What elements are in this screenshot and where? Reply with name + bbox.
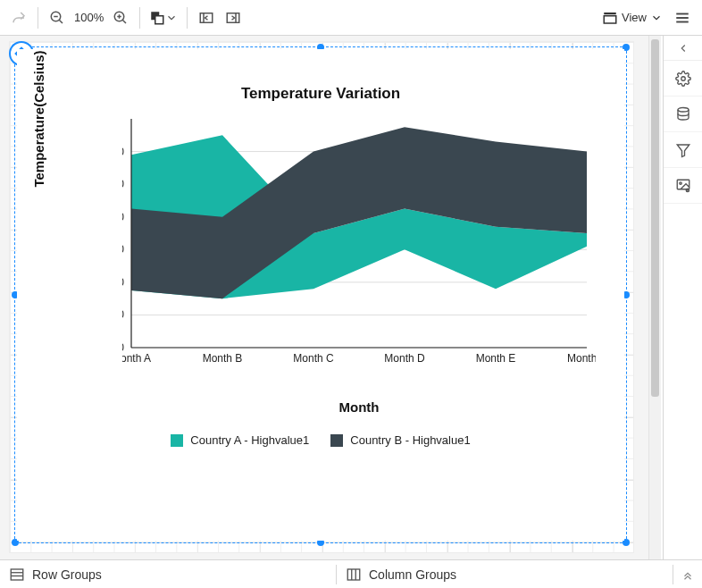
svg-text:120: 120	[122, 146, 124, 158]
svg-text:40: 40	[122, 276, 124, 289]
canvas-area: Temperature Variation Temperature(Celsiu…	[0, 36, 663, 559]
svg-text:Month C: Month C	[293, 352, 334, 365]
data-panel-button[interactable]	[664, 97, 703, 132]
view-label: View	[622, 11, 647, 24]
vertical-scrollbar[interactable]	[648, 36, 661, 559]
parameters-panel-button[interactable]	[664, 132, 703, 168]
legend-label-b: Country B - Highvalue1	[350, 433, 470, 447]
svg-text:20: 20	[122, 308, 124, 321]
properties-panel-button[interactable]	[664, 61, 703, 97]
main-area: Temperature Variation Temperature(Celsiu…	[0, 36, 702, 559]
svg-text:80: 80	[122, 211, 124, 223]
canvas-background[interactable]: Temperature Variation Temperature(Celsiu…	[0, 36, 661, 559]
svg-text:Month B: Month B	[203, 352, 243, 365]
legend-item-b: Country B - Highvalue1	[330, 433, 470, 447]
chart-legend: Country A - Highvalue1 Country B - Highv…	[17, 433, 624, 447]
groups-collapse-toggle[interactable]	[673, 568, 702, 581]
svg-text:Month D: Month D	[384, 352, 425, 365]
svg-text:Month F: Month F	[567, 352, 596, 365]
svg-point-41	[678, 107, 689, 112]
app-root: 100% View	[0, 0, 702, 588]
svg-rect-8	[155, 15, 163, 23]
zoom-out-button[interactable]	[44, 4, 71, 31]
svg-text:60: 60	[122, 243, 124, 256]
column-groups-label: Column Groups	[369, 567, 456, 582]
svg-line-4	[123, 20, 127, 23]
groups-bar: Row Groups Column Groups	[0, 559, 702, 588]
svg-text:100: 100	[122, 178, 124, 190]
svg-point-44	[679, 181, 681, 183]
legend-label-a: Country A - Highvalue1	[190, 433, 309, 447]
x-axis-title: Month	[122, 399, 596, 415]
chart-item[interactable]: Temperature Variation Temperature(Celsiu…	[17, 49, 624, 541]
zoom-level-label[interactable]: 100%	[71, 11, 107, 24]
svg-marker-42	[677, 145, 689, 157]
plot-area: 020406080100120Month AMonth BMonth CMont…	[122, 119, 596, 365]
side-panel	[663, 36, 702, 559]
main-menu-button[interactable]	[668, 10, 697, 26]
align-left-button[interactable]	[193, 4, 220, 31]
svg-rect-14	[604, 15, 616, 22]
row-groups-label: Row Groups	[32, 567, 102, 582]
legend-item-a: Country A - Highvalue1	[171, 433, 309, 447]
chart-title: Temperature Variation	[17, 85, 624, 103]
side-panel-collapse[interactable]	[664, 36, 702, 61]
row-groups-section[interactable]: Row Groups	[0, 567, 336, 583]
legend-swatch-b	[330, 434, 343, 447]
column-groups-section[interactable]: Column Groups	[337, 567, 673, 583]
svg-text:Month A: Month A	[122, 352, 151, 365]
image-manager-panel-button[interactable]	[664, 168, 703, 204]
svg-rect-9	[201, 13, 213, 22]
y-axis-title: Temperature(Celsius)	[31, 50, 46, 187]
svg-rect-13	[604, 13, 616, 14]
column-groups-icon	[346, 567, 362, 583]
svg-rect-49	[347, 569, 360, 580]
svg-rect-46	[11, 569, 23, 580]
order-dropdown[interactable]	[146, 4, 181, 31]
chart-selection[interactable]: Temperature Variation Temperature(Celsiu…	[14, 46, 627, 543]
legend-swatch-a	[171, 434, 183, 447]
svg-rect-11	[228, 13, 240, 22]
top-toolbar: 100% View	[0, 0, 702, 36]
redo-button	[5, 4, 32, 31]
row-groups-icon	[9, 567, 25, 583]
view-dropdown[interactable]: View	[597, 4, 668, 31]
align-right-button[interactable]	[220, 4, 247, 31]
svg-rect-43	[677, 180, 689, 189]
svg-text:Month E: Month E	[476, 352, 516, 365]
svg-point-40	[681, 76, 685, 80]
zoom-in-button[interactable]	[107, 4, 134, 31]
svg-line-1	[59, 20, 63, 23]
